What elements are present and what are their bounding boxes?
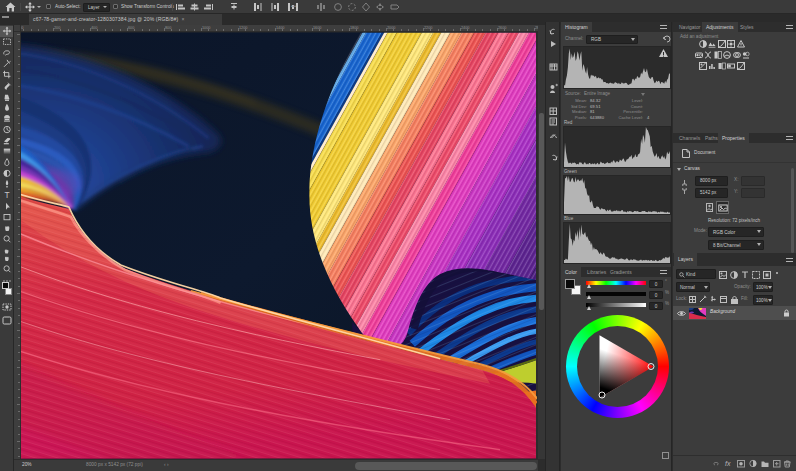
svg-text:T: T	[5, 190, 10, 200]
svg-text:fx: fx	[725, 460, 731, 467]
